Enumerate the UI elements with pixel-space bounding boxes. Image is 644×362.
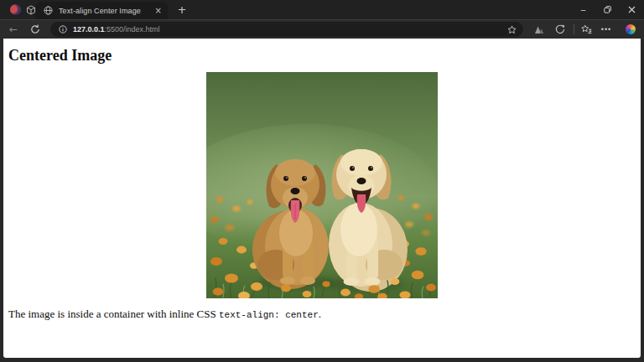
- browser-window: Text-align Center Image × + – ←: [0, 0, 644, 362]
- favorites-list-icon[interactable]: [579, 20, 594, 39]
- site-info-icon[interactable]: [59, 25, 67, 34]
- tab-strip: Text-align Center Image × + –: [0, 0, 644, 19]
- copilot-icon[interactable]: [622, 20, 639, 39]
- caption-text: The image is inside a container with inl…: [8, 308, 641, 321]
- close-window-button[interactable]: [620, 0, 644, 19]
- browser-essentials-icon[interactable]: [532, 20, 547, 39]
- navigation-bar: ← 127.0.0.1:5500/index.html: [0, 20, 644, 39]
- settings-more-icon[interactable]: •••: [599, 20, 614, 39]
- window-controls: –: [571, 0, 644, 19]
- profile-avatar[interactable]: [10, 4, 21, 15]
- url-path: :5500/index.html: [105, 25, 160, 34]
- caption-after: .: [319, 308, 321, 320]
- caption-before: The image is inside a container with inl…: [8, 308, 219, 320]
- minimize-button[interactable]: –: [571, 0, 595, 19]
- url-host: 127.0.0.1: [73, 25, 105, 34]
- add-favorite-star-icon[interactable]: [507, 25, 517, 34]
- back-button[interactable]: ←: [5, 20, 22, 39]
- url-text: 127.0.0.1:5500/index.html: [73, 25, 160, 34]
- tab-close-icon[interactable]: ×: [155, 7, 162, 15]
- address-bar[interactable]: 127.0.0.1:5500/index.html: [50, 22, 523, 37]
- tab-title: Text-align Center Image: [59, 7, 150, 15]
- restore-button[interactable]: [595, 0, 620, 19]
- collections-icon[interactable]: [553, 20, 568, 39]
- globe-favicon-icon: [44, 6, 53, 15]
- toolbar-divider: [574, 24, 574, 34]
- caption-code: text-align: center: [219, 310, 319, 320]
- puppies-image: [206, 72, 438, 298]
- image-container: [3, 72, 641, 298]
- page-viewport: Centered Image: [3, 39, 641, 358]
- browser-tab[interactable]: Text-align Center Image ×: [35, 2, 168, 19]
- reload-button[interactable]: [27, 20, 44, 39]
- new-tab-button[interactable]: +: [174, 3, 190, 18]
- page-title: Centered Image: [8, 47, 641, 65]
